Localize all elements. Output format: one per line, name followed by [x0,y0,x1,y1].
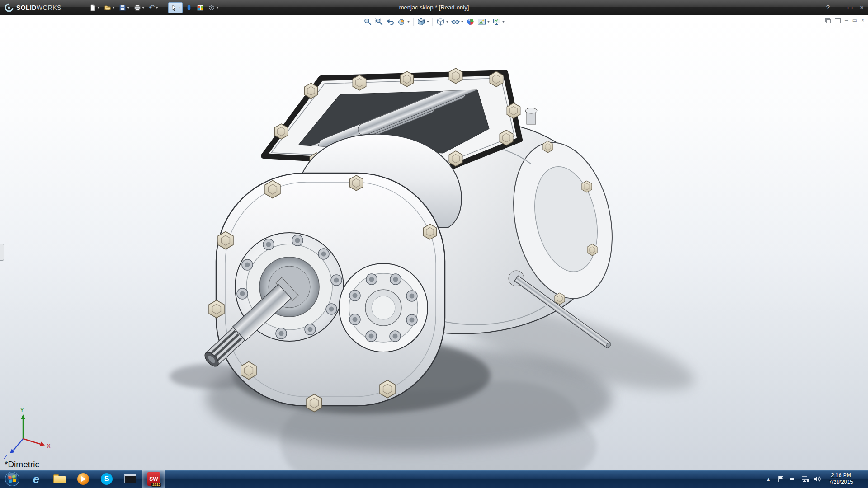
chevron-down-icon[interactable] [502,21,505,23]
brand-works: WORKS [37,4,61,11]
screen: SOLIDWORKS [0,0,868,488]
save-button[interactable] [118,2,131,13]
options-button[interactable] [207,2,220,13]
document-close-button[interactable]: × [861,17,864,23]
volume-icon[interactable] [813,473,822,485]
gearbox-model-canvas[interactable]: Y X Z [0,15,868,470]
view-settings-icon [492,17,501,26]
brand-text: SOLIDWORKS [16,4,61,11]
zoom-to-fit-button[interactable] [363,16,373,27]
chevron-down-icon[interactable] [127,7,130,9]
section-view-button[interactable] [396,16,411,27]
undo-icon: ↶ [149,4,155,11]
print-icon [134,4,141,11]
minimize-button[interactable]: – [837,4,840,11]
new-document-button[interactable] [88,2,101,13]
solidworks-version-badge: 2015 [151,483,161,487]
media-player-icon [77,473,89,485]
instant3d-button[interactable] [184,2,194,13]
select-cursor-icon [170,4,177,11]
view-orientation-button[interactable] [416,16,430,27]
open-folder-icon [104,4,111,11]
document-restore-button[interactable]: ▭ [852,17,857,23]
edit-appearance-button[interactable] [465,16,476,27]
power-plug-icon[interactable] [788,473,797,485]
chevron-down-icon[interactable] [216,7,219,9]
triad-y-label: Y [20,406,24,413]
taskbar-item-windows-explorer[interactable] [48,470,71,488]
select-tool-button[interactable] [168,2,183,13]
taskbar-clock[interactable]: 2:16 PM 7/28/2015 [825,472,857,486]
taskbar: e S SW 2015 ▲ [0,470,868,488]
command-prompt-icon [124,474,136,483]
rebuild-icon [197,4,204,11]
restore-button[interactable]: ▭ [847,4,853,11]
print-button[interactable] [132,2,146,13]
zoom-to-area-button[interactable] [374,16,385,27]
chevron-down-icon[interactable] [142,7,145,9]
solidworks-icon-glyph: SW [149,476,158,482]
document-minimize-button[interactable]: – [845,17,848,23]
open-button[interactable] [103,2,116,13]
section-view-icon [397,17,406,26]
undo-button[interactable]: ↶ [147,2,160,13]
chevron-down-icon[interactable] [178,7,181,9]
save-icon [119,4,126,11]
clock-date: 7/28/2015 [829,479,853,486]
taskbar-item-command-prompt[interactable] [118,470,142,488]
instant3d-icon [185,4,193,11]
triad-x-label: X [47,442,51,450]
solidworks-icon: SW 2015 [147,472,160,486]
close-button[interactable]: × [860,4,863,11]
apply-scene-icon [477,17,486,26]
chevron-down-icon[interactable] [446,21,449,23]
previous-view-icon [386,17,395,26]
taskbar-item-media-player[interactable] [71,470,95,488]
taskbar-item-skype[interactable]: S [95,470,118,488]
new-document-icon [89,4,96,11]
graphics-viewport[interactable]: Y X Z [0,15,868,470]
layshaft-bearing-cover[interactable] [339,263,428,352]
taskbar-item-solidworks[interactable]: SW 2015 [142,470,165,488]
display-style-button[interactable] [435,16,450,27]
appearance-ball-icon [466,17,475,26]
action-center-flag-icon[interactable] [776,473,785,485]
view-settings-button[interactable] [491,16,506,27]
view-orientation-cube-icon [417,17,426,26]
chevron-down-icon[interactable] [156,7,158,9]
start-button[interactable] [0,470,24,488]
skype-icon: S [101,473,113,485]
tile-windows-icon[interactable] [835,18,841,23]
network-status-icon[interactable] [801,473,810,485]
document-window-controls: – ▭ × [825,17,864,23]
solidworks-logo: SOLIDWORKS [5,3,81,12]
hide-show-glasses-icon [451,17,460,26]
new-window-icon[interactable] [825,18,831,23]
help-button[interactable]: ? [826,4,830,11]
orientation-triad[interactable]: Y X Z [4,406,51,460]
chevron-down-icon[interactable] [407,21,410,23]
chevron-down-icon[interactable] [112,7,115,9]
title-toolbar: ↶ [88,2,220,13]
previous-view-button[interactable] [385,16,396,27]
windows-start-orb-icon [5,471,20,487]
zoom-to-area-icon [375,17,384,26]
taskbar-item-internet-explorer[interactable]: e [24,470,48,488]
hide-show-items-button[interactable] [450,16,465,27]
featuremanager-flyout-tab[interactable] [0,244,4,261]
titlebar-window-controls: ? – ▭ × [826,4,863,11]
show-hidden-icons-button[interactable]: ▲ [764,473,773,485]
apply-scene-button[interactable] [476,16,491,27]
internet-explorer-icon: e [33,473,39,485]
chevron-down-icon[interactable] [427,21,429,23]
folder-icon [53,474,66,483]
view-orientation-label: *Dimetric [5,460,39,469]
rebuild-button[interactable] [195,2,205,13]
chevron-down-icon[interactable] [487,21,490,23]
chevron-down-icon[interactable] [461,21,464,23]
chevron-down-icon[interactable] [97,7,100,9]
toolbar-separator [433,18,433,26]
toolbar-separator [413,18,414,26]
clock-time: 2:16 PM [829,472,853,479]
title-bar: SOLIDWORKS [0,0,868,15]
